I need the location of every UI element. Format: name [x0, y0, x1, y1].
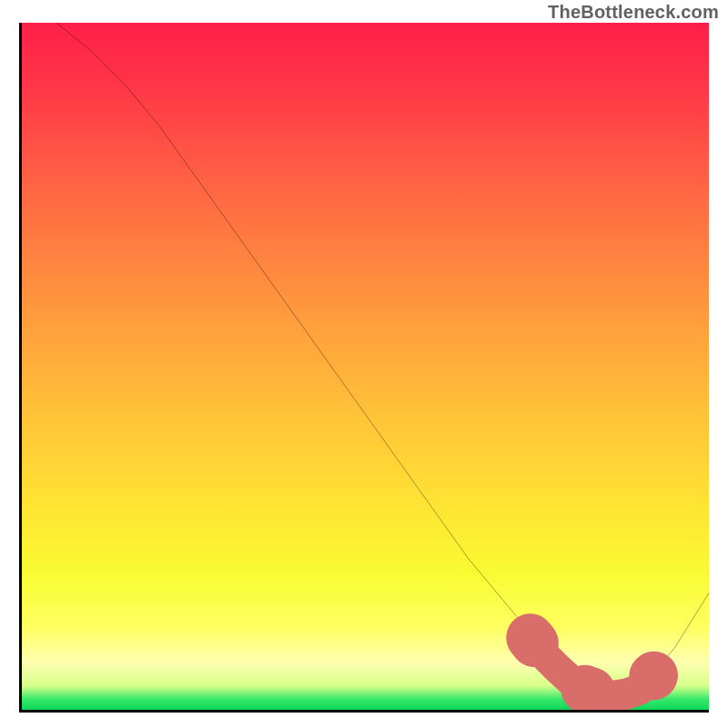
main-curve	[56, 23, 709, 696]
chart-container: TheBottleneck.com	[0, 0, 728, 728]
plot-area	[19, 23, 709, 713]
attribution-label: TheBottleneck.com	[548, 2, 719, 23]
chart-curves	[22, 23, 709, 710]
